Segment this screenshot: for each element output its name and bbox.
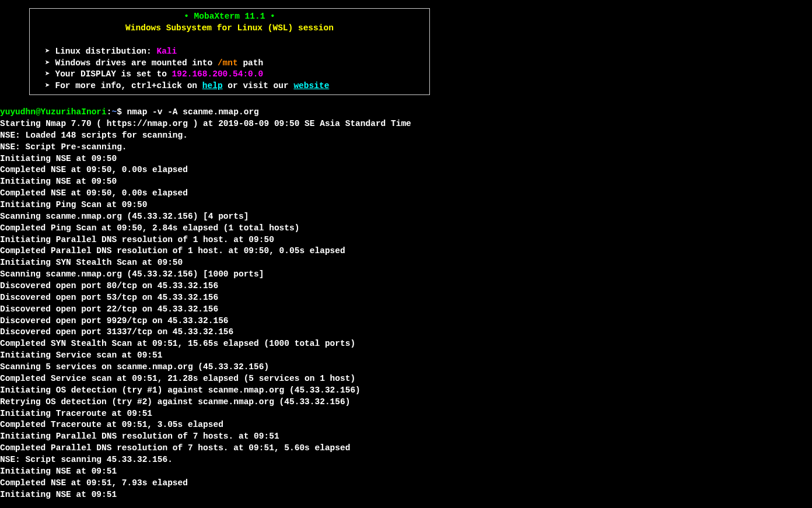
command-prompt-line[interactable]: yuyudhn@YuzurihaInori:~$ nmap -v -A scan… xyxy=(0,107,812,118)
output-line: Scanning 5 services on scanme.nmap.org (… xyxy=(0,362,812,373)
prompt-dollar: $ xyxy=(117,107,122,117)
mount-path: /mnt xyxy=(218,58,238,68)
output-line: Completed NSE at 09:50, 0.00s elapsed xyxy=(0,164,812,176)
banner-item-display: ➤ Your DISPLAY is set to 192.168.200.54:… xyxy=(36,69,424,80)
output-line: Completed NSE at 09:50, 0.00s elapsed xyxy=(0,188,812,199)
output-line: Completed Service scan at 09:51, 21.28s … xyxy=(0,373,812,385)
command-output: Starting Nmap 7.70 ( https://nmap.org ) … xyxy=(0,118,812,500)
banner-item-distro: ➤ Linux distribution: Kali xyxy=(36,46,424,58)
bullet-icon: ➤ Your DISPLAY is set to xyxy=(45,69,172,79)
output-line: Completed Parallel DNS resolution of 1 h… xyxy=(0,246,812,257)
output-line: Scanning scanme.nmap.org (45.33.32.156) … xyxy=(0,269,812,281)
bullet-icon: ➤ Linux distribution: xyxy=(45,47,156,56)
output-line: Initiating Service scan at 09:51 xyxy=(0,350,812,362)
banner-mid: or visit our xyxy=(223,81,294,90)
output-line: Initiating NSE at 09:51 xyxy=(0,489,812,501)
output-line: Retrying OS detection (try #2) against s… xyxy=(0,397,812,408)
output-line: NSE: Script Pre-scanning. xyxy=(0,142,812,153)
banner-item-info: ➤ For more info, ctrl+click on help or v… xyxy=(36,80,424,92)
website-link[interactable]: website xyxy=(293,81,329,90)
output-line: Initiating OS detection (try #1) against… xyxy=(0,385,812,397)
bullet-icon: ➤ Windows drives are mounted into xyxy=(45,58,218,68)
help-link[interactable]: help xyxy=(202,81,223,90)
output-line: Initiating Ping Scan at 09:50 xyxy=(0,199,812,211)
output-line: Starting Nmap 7.70 ( https://nmap.org ) … xyxy=(0,118,812,130)
output-line: Initiating NSE at 09:50 xyxy=(0,153,812,165)
mobaxterm-banner: • MobaXterm 11.1 • Windows Subsystem for… xyxy=(29,8,430,95)
banner-subtitle: Windows Subsystem for Linux (WSL) sessio… xyxy=(36,23,424,34)
display-value: 192.168.200.54:0.0 xyxy=(172,69,264,79)
output-line: NSE: Loaded 148 scripts for scanning. xyxy=(0,130,812,142)
banner-item-drives: ➤ Windows drives are mounted into /mnt p… xyxy=(36,58,424,69)
output-line: Initiating SYN Stealth Scan at 09:50 xyxy=(0,257,812,269)
output-line: Discovered open port 80/tcp on 45.33.32.… xyxy=(0,281,812,292)
output-line: Discovered open port 31337/tcp on 45.33.… xyxy=(0,327,812,338)
output-line: Discovered open port 53/tcp on 45.33.32.… xyxy=(0,292,812,304)
output-line: Completed NSE at 09:51, 7.93s elapsed xyxy=(0,478,812,489)
output-line: Initiating NSE at 09:51 xyxy=(0,466,812,478)
banner-title: • MobaXterm 11.1 • xyxy=(36,11,424,23)
terminal-window[interactable]: • MobaXterm 11.1 • Windows Subsystem for… xyxy=(0,8,812,500)
prompt-userhost: yuyudhn@YuzurihaInori xyxy=(0,107,107,117)
output-line: Discovered open port 9929/tcp on 45.33.3… xyxy=(0,316,812,327)
output-line: Completed Traceroute at 09:51, 3.05s ela… xyxy=(0,419,812,431)
distro-name: Kali xyxy=(156,47,177,56)
output-line: NSE: Script scanning 45.33.32.156. xyxy=(0,454,812,466)
output-line: Initiating Parallel DNS resolution of 7 … xyxy=(0,431,812,443)
output-line: Scanning scanme.nmap.org (45.33.32.156) … xyxy=(0,211,812,223)
prompt-path: ~ xyxy=(111,107,117,117)
output-line: Initiating Traceroute at 09:51 xyxy=(0,408,812,420)
output-line: Completed Parallel DNS resolution of 7 h… xyxy=(0,443,812,454)
output-line: Initiating NSE at 09:50 xyxy=(0,176,812,188)
output-line: Completed SYN Stealth Scan at 09:51, 15.… xyxy=(0,338,812,350)
bullet-icon: ➤ For more info, ctrl+click on xyxy=(45,81,202,90)
output-line: Initiating Parallel DNS resolution of 1 … xyxy=(0,234,812,246)
banner-suffix: path xyxy=(238,58,264,68)
command-text: nmap -v -A scanme.nmap.org xyxy=(122,107,259,117)
output-line: Discovered open port 22/tcp on 45.33.32.… xyxy=(0,304,812,316)
output-line: Completed Ping Scan at 09:50, 2.84s elap… xyxy=(0,223,812,234)
banner-spacer xyxy=(36,34,424,46)
